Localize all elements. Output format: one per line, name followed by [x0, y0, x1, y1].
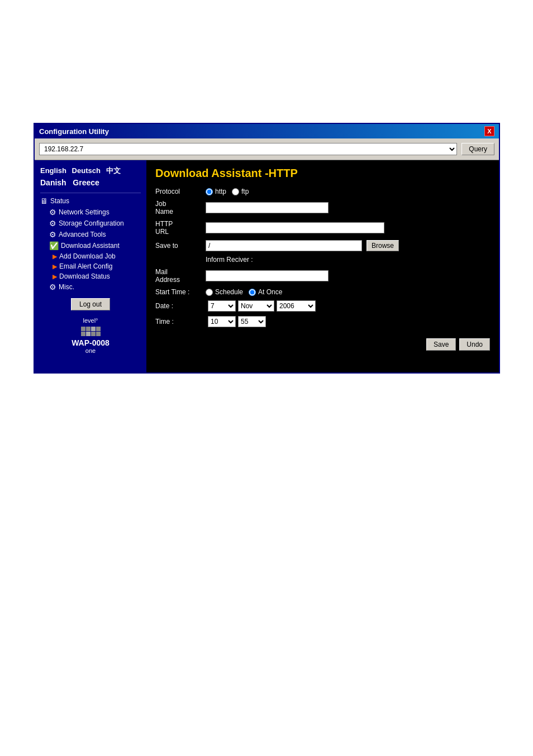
protocol-label: Protocol	[155, 188, 206, 195]
nav-advanced-label: Advanced Tools	[59, 231, 106, 238]
http-radio-label[interactable]: http	[206, 188, 226, 195]
save-to-row: Save to Browse	[155, 240, 490, 251]
schedule-radio-label[interactable]: Schedule	[206, 288, 243, 296]
lang-chinese[interactable]: 中文	[106, 166, 121, 175]
schedule-label: Schedule	[215, 288, 243, 296]
content-title: Download Assistant -HTTP	[155, 167, 490, 180]
mail-address-row: MailAddress	[155, 268, 490, 284]
date-row: Date : 7 Nov 2006	[155, 300, 490, 312]
ftp-radio[interactable]	[232, 188, 239, 195]
nav-network-settings[interactable]: ⚙ Network Settings	[40, 207, 141, 218]
download-assist-icon: ✅	[49, 241, 59, 250]
time-label: Time :	[155, 318, 206, 326]
protocol-radio-group: http ftp	[206, 188, 249, 195]
main-window: Configuration Utility X 192.168.22.7 Que…	[34, 123, 500, 374]
save-button[interactable]: Save	[426, 338, 456, 351]
schedule-radio[interactable]	[206, 289, 213, 296]
at-once-label: At Once	[258, 288, 282, 296]
lang-deutsch[interactable]: Deutsch	[72, 166, 101, 175]
device-name: WAP-0008	[40, 338, 141, 347]
logout-button[interactable]: Log out	[71, 298, 110, 310]
inform-receiver-label: Inform Reciver :	[206, 256, 253, 264]
bottom-buttons: Save Undo	[155, 334, 490, 351]
device-sub: one	[40, 347, 141, 354]
date-day-select[interactable]: 7	[208, 300, 236, 312]
nav-network-label: Network Settings	[59, 208, 110, 216]
nav-email-label: Email Alert Config	[59, 262, 112, 270]
sidebar: English Deutsch 中文 Danish Greece 🖥 Statu…	[35, 160, 146, 372]
nav-download-assistant[interactable]: ✅ Download Assistant	[40, 240, 141, 251]
toolbar: 192.168.22.7 Query	[35, 138, 499, 160]
window-title: Configuration Utility	[39, 127, 109, 136]
ftp-label: ftp	[241, 188, 249, 195]
close-button[interactable]: X	[484, 126, 494, 136]
nav-download-status[interactable]: ▶ Download Status	[40, 271, 141, 281]
lang-danish[interactable]: Danish	[40, 178, 66, 187]
nav-status-label: Status	[50, 197, 69, 205]
nav-advanced-tools[interactable]: ⚙ Advanced Tools	[40, 229, 141, 240]
nav-download-assist-label: Download Assistant	[61, 242, 120, 250]
http-url-row: HTTPURL	[155, 220, 490, 236]
content-area: Download Assistant -HTTP Protocol http f…	[146, 160, 499, 372]
nav-add-download-label: Add Download Job	[59, 252, 116, 260]
lang-english[interactable]: English	[40, 166, 66, 175]
date-label: Date :	[155, 302, 206, 310]
nav-status[interactable]: 🖥 Status	[40, 195, 141, 207]
device-level: level°	[83, 317, 98, 324]
advanced-icon: ⚙	[49, 230, 56, 239]
device-info: level° WAP-0008 one	[40, 316, 141, 354]
http-url-input[interactable]	[206, 222, 384, 233]
storage-icon: ⚙	[49, 219, 56, 228]
status-icon: 🖥	[40, 197, 48, 205]
mail-address-input[interactable]	[206, 270, 329, 281]
date-month-select[interactable]: Nov	[238, 300, 274, 312]
time-hour-select[interactable]: 10	[208, 316, 236, 327]
save-to-label: Save to	[155, 242, 206, 250]
start-time-radio-group: Schedule At Once	[206, 288, 282, 296]
http-radio[interactable]	[206, 188, 213, 195]
inform-receiver-row: Inform Reciver :	[155, 256, 490, 264]
title-bar: Configuration Utility X	[35, 124, 499, 138]
at-once-radio-label[interactable]: At Once	[249, 288, 282, 296]
job-name-row: JobName	[155, 200, 490, 216]
nav-misc-label: Misc.	[59, 283, 74, 291]
query-button[interactable]: Query	[461, 143, 494, 155]
protocol-row: Protocol http ftp	[155, 188, 490, 195]
undo-button[interactable]: Undo	[459, 338, 490, 351]
ftp-radio-label[interactable]: ftp	[232, 188, 249, 195]
http-label: http	[215, 188, 226, 195]
network-icon: ⚙	[49, 208, 56, 217]
nav-storage-config[interactable]: ⚙ Storage Configuration	[40, 218, 141, 229]
mail-label: MailAddress	[155, 268, 206, 284]
time-minute-select[interactable]: 55	[238, 316, 266, 327]
nav-misc[interactable]: ⚙ Misc.	[40, 281, 141, 293]
http-url-label: HTTPURL	[155, 220, 206, 236]
nav-dl-status-label: Download Status	[59, 272, 110, 280]
nav-separator	[40, 193, 141, 193]
language-row1: English Deutsch 中文	[40, 166, 141, 176]
main-area: English Deutsch 中文 Danish Greece 🖥 Statu…	[35, 160, 499, 372]
job-name-label: JobName	[155, 200, 206, 216]
arrow-icon3: ▶	[53, 273, 57, 280]
ip-select[interactable]: 192.168.22.7	[39, 143, 457, 155]
nav-add-download[interactable]: ▶ Add Download Job	[40, 251, 141, 261]
browse-button[interactable]: Browse	[367, 240, 399, 251]
nav-email-alert[interactable]: ▶ Email Alert Config	[40, 261, 141, 271]
arrow-icon1: ▶	[53, 253, 57, 260]
start-time-row: Start Time : Schedule At Once	[155, 288, 490, 296]
at-once-radio[interactable]	[249, 289, 256, 296]
start-time-label: Start Time :	[155, 288, 206, 296]
nav-storage-label: Storage Configuration	[59, 219, 124, 227]
lang-greece[interactable]: Greece	[73, 178, 99, 187]
date-year-select[interactable]: 2006	[277, 300, 316, 312]
misc-icon: ⚙	[49, 283, 56, 291]
save-to-input[interactable]	[206, 240, 362, 251]
language-row2: Danish Greece	[40, 178, 141, 187]
time-row: Time : 10 55	[155, 316, 490, 327]
arrow-icon2: ▶	[53, 263, 57, 270]
job-name-input[interactable]	[206, 202, 329, 213]
